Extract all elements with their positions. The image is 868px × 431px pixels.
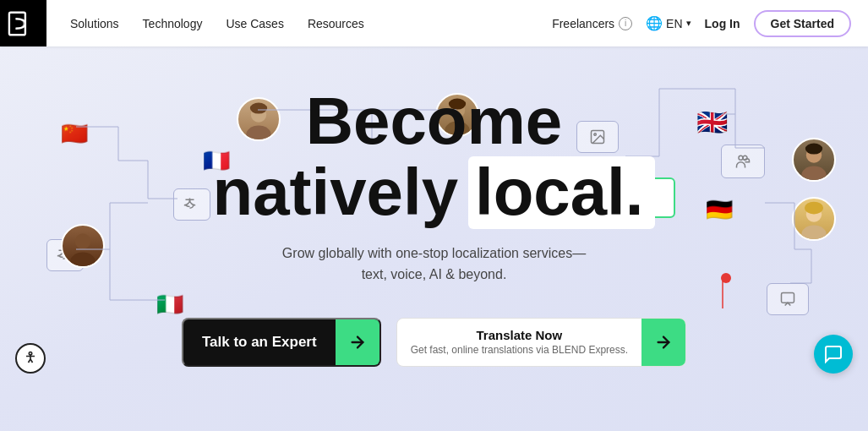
svg-point-16 — [805, 202, 823, 215]
talk-to-expert-label: Talk to an Expert — [183, 334, 336, 351]
expert-arrow-box — [336, 318, 379, 367]
svg-point-15 — [801, 225, 827, 239]
svg-point-14 — [806, 206, 822, 221]
nav-language[interactable]: 🌐 EN ▾ — [646, 15, 691, 31]
svg-point-12 — [739, 155, 743, 160]
nav-use-cases[interactable]: Use Cases — [226, 17, 283, 30]
nav-resources[interactable]: Resources — [308, 17, 364, 30]
hero-title-line2: natively local. — [213, 156, 656, 229]
svg-point-2 — [75, 233, 90, 248]
translate-text-wrap: Translate Now Get fast, online translati… — [397, 328, 641, 356]
cta-row: Talk to an Expert Translate Now Get fast… — [182, 318, 686, 367]
flag-uk: 🇬🇧 — [696, 107, 728, 137]
nav-freelancers[interactable]: Freelancers i — [552, 17, 632, 30]
freelancers-label: Freelancers — [552, 17, 614, 30]
nav-links: Solutions Technology Use Cases Resources — [70, 17, 552, 30]
translate-icon-box-2 — [46, 239, 84, 271]
flag-japan-dot — [721, 273, 731, 283]
nav-technology[interactable]: Technology — [143, 17, 203, 30]
hero-title: Become natively local. — [213, 87, 656, 229]
get-started-button[interactable]: Get Started — [754, 10, 851, 37]
translate-icon-box-1 — [173, 188, 210, 221]
hero-subtitle: Grow globally with one-stop localization… — [213, 243, 656, 286]
svg-point-13 — [743, 155, 747, 160]
flag-china: 🇨🇳 — [61, 121, 88, 147]
flag-italy: 🇮🇹 — [156, 292, 183, 318]
navbar: Solutions Technology Use Cases Resources… — [0, 0, 868, 46]
person-avatar-right1 — [792, 197, 836, 241]
translate-arrow-box — [641, 318, 685, 367]
svg-point-19 — [805, 144, 822, 155]
award-icon-box — [767, 283, 809, 315]
chevron-down-icon: ▾ — [686, 18, 691, 29]
hero-section: 🇨🇳 🇫🇷 🇮🇹 — [0, 46, 868, 431]
translate-now-sub: Get fast, online translations via BLEND … — [411, 344, 628, 356]
svg-rect-0 — [8, 12, 25, 35]
logo[interactable] — [0, 0, 46, 46]
hero-title-line1: Become — [213, 87, 656, 156]
person-avatar-left — [61, 224, 105, 268]
globe-icon: 🌐 — [646, 15, 663, 31]
translate-now-title: Translate Now — [411, 328, 628, 342]
login-button[interactable]: Log In — [705, 17, 740, 30]
nav-right: Freelancers i 🌐 EN ▾ Log In Get Started — [552, 10, 851, 37]
accessibility-button[interactable] — [15, 343, 46, 374]
lang-label: EN — [666, 17, 682, 30]
svg-point-18 — [801, 166, 827, 180]
hero-subtitle-line2: text, voice, AI & beyond. — [213, 264, 656, 286]
translate-now-button[interactable]: Translate Now Get fast, online translati… — [396, 318, 686, 367]
hero-highlight-box: local. — [468, 156, 655, 229]
chat-button[interactable] — [814, 335, 853, 374]
flag-germany: 🇩🇪 — [706, 197, 733, 223]
group-icon-box — [721, 145, 765, 178]
hero-subtitle-line1: Grow globally with one-stop localization… — [213, 243, 656, 265]
svg-point-3 — [70, 252, 96, 266]
svg-rect-20 — [782, 293, 794, 303]
svg-point-24 — [29, 352, 31, 355]
freelancers-info-icon[interactable]: i — [619, 17, 632, 30]
person-avatar-right2 — [792, 138, 836, 182]
talk-to-expert-button[interactable]: Talk to an Expert — [182, 318, 381, 367]
svg-point-17 — [806, 147, 822, 162]
nav-solutions[interactable]: Solutions — [70, 17, 119, 30]
